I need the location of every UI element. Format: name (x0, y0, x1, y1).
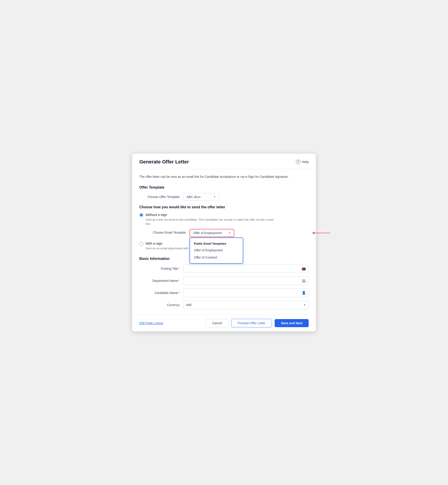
footer-buttons: Cancel Preview Offer Letter Save and Nex… (206, 319, 309, 327)
person-icon: 👤 (302, 291, 306, 295)
department-name-row: Department Name* 🏢 (139, 277, 309, 285)
building-icon: 🏢 (302, 279, 306, 283)
department-name-label: Department Name* (139, 279, 180, 282)
preview-offer-letter-button[interactable]: Preview Offer Letter (231, 319, 272, 327)
email-template-chevron-icon: ▼ (228, 232, 231, 234)
candidate-name-required: * (178, 291, 180, 295)
help-icon: ? (296, 160, 300, 164)
department-name-input-wrapper: 🏢 (183, 277, 309, 285)
offer-template-row: Choose Offer Template ABC.docx ▼ (139, 193, 309, 201)
offer-template-dropdown[interactable]: ABC.docx ▼ (183, 193, 219, 201)
send-method-title: Choose how you would like to send the of… (139, 205, 309, 209)
posting-title-input-wrapper: 💼 (183, 264, 309, 273)
modal-body: The offer letter can be sent as an email… (132, 169, 316, 309)
modal-footer: Edit Page Layout Cancel Preview Offer Le… (132, 315, 316, 331)
briefcase-icon: 💼 (302, 267, 306, 271)
department-name-required: * (178, 279, 180, 282)
description-text: The offer letter can be sent as an email… (139, 174, 309, 179)
without-esign-label: Without e-sign (146, 213, 276, 217)
generate-offer-letter-modal: Generate Offer Letter ? Help The offer l… (132, 154, 316, 332)
edit-page-layout-button[interactable]: Edit Page Layout (139, 321, 163, 325)
currency-wrapper: INR USD EUR GBP ▼ (183, 301, 309, 309)
arrow-indicator (312, 233, 330, 233)
email-template-dropdown[interactable]: Offer of Employment ▼ (190, 229, 234, 237)
help-button[interactable]: ? Help (296, 160, 309, 164)
red-arrow-icon (312, 233, 330, 233)
dropdown-group-label: Public Email Templates (190, 240, 243, 247)
dropdown-item-offer-contract[interactable]: Offer of Contract (190, 254, 243, 261)
offer-template-title: Offer Template (139, 185, 309, 189)
cancel-button[interactable]: Cancel (206, 319, 228, 327)
choose-offer-template-label: Choose Offer Template (139, 195, 180, 199)
candidate-name-label: Candidate Name* (139, 291, 180, 295)
currency-label: Currency (139, 303, 180, 307)
without-esign-option: Without e-sign Sent as a link via email … (139, 213, 309, 226)
candidate-name-input-wrapper: 👤 (183, 288, 309, 297)
offer-template-section: Offer Template Choose Offer Template ABC… (139, 185, 309, 201)
candidate-name-row: Candidate Name* 👤 (139, 288, 309, 297)
modal-title: Generate Offer Letter (139, 159, 189, 165)
offer-template-selected-value: ABC.docx (187, 195, 200, 199)
email-template-label: Choose Email Template (146, 229, 186, 234)
email-template-dropdown-wrapper: Offer of Employment ▼ Public Email Templ… (190, 229, 234, 237)
basic-info-section: Basic Information Posting Title* 💼 Depar… (139, 257, 309, 309)
without-esign-radio[interactable] (139, 213, 143, 217)
with-esign-radio[interactable] (139, 242, 143, 246)
dropdown-item-offer-employment[interactable]: Offer of Employment (190, 247, 243, 254)
offer-template-chevron-icon: ▼ (214, 196, 216, 198)
candidate-name-input[interactable] (183, 288, 309, 297)
posting-title-required: * (178, 267, 180, 271)
posting-title-input[interactable] (183, 264, 309, 273)
save-and-next-button[interactable]: Save and Next (275, 319, 309, 327)
email-template-row: Choose Email Template Offer of Employmen… (146, 229, 309, 237)
modal-header: Generate Offer Letter ? Help (132, 154, 316, 169)
posting-title-label: Posting Title* (139, 267, 180, 271)
without-esign-label-group: Without e-sign Sent as a link via email … (146, 213, 276, 226)
email-template-dropdown-menu: Public Email Templates Offer of Employme… (190, 238, 243, 264)
currency-select[interactable]: INR USD EUR GBP (183, 301, 309, 309)
help-label: Help (302, 160, 309, 164)
currency-row: Currency INR USD EUR GBP ▼ (139, 301, 309, 309)
posting-title-row: Posting Title* 💼 (139, 264, 309, 273)
without-esign-desc: Sent as a link via email to the candidat… (146, 217, 276, 226)
send-method-section: Choose how you would like to send the of… (139, 205, 309, 251)
department-name-input[interactable] (183, 277, 309, 285)
email-template-selected: Offer of Employment (193, 231, 222, 235)
